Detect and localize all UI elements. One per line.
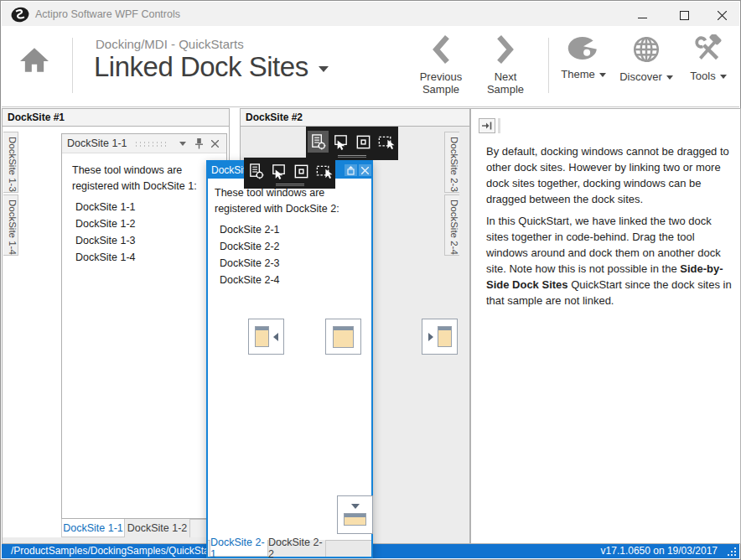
page-title-dropdown[interactable]: Linked Dock Sites [94, 51, 329, 83]
autohide-tab-docksite-2-4[interactable]: DockSite 2-4 [444, 194, 459, 256]
select-region-cursor-icon [377, 133, 395, 151]
dock-bottom-icon [344, 513, 366, 526]
pin-icon [194, 137, 204, 149]
close-icon [361, 167, 369, 174]
toolwindow-titlebar[interactable]: DockSite 1-1 [62, 134, 226, 153]
chevron-down-icon [599, 73, 606, 77]
list-item: DockSite 1-1 [75, 201, 136, 218]
status-version: v17.1.0650 on 19/03/2017 [601, 545, 718, 557]
close-float-button[interactable] [359, 164, 371, 176]
chevron-down-icon [179, 142, 186, 146]
autohide-tab-docksite-1-4[interactable]: DockSite 1-4 [3, 194, 18, 256]
tab-docksite-1-2[interactable]: DockSite 1-2 [125, 519, 190, 537]
app-window: Actipro Software WPF Controls Docking/MD… [0, 0, 741, 560]
chevron-down-icon [666, 75, 673, 80]
docksite1-tabstrip: DockSite 1-1 DockSite 1-2 [61, 519, 227, 537]
select-window-cursor-icon [270, 163, 288, 180]
capture-list-target-button[interactable] [308, 131, 329, 153]
next-sample-button[interactable]: NextSample [475, 34, 536, 96]
list-item: DockSite 1-2 [75, 218, 136, 235]
select-region-cursor-icon [315, 163, 333, 180]
expand-button[interactable] [479, 118, 495, 133]
tab-docksite-2-1[interactable]: DockSite 2-1 [210, 540, 268, 557]
breadcrumb: Docking/MDI - QuickStarts [96, 37, 244, 51]
tools-icon [693, 34, 723, 64]
close-toolwindow-button[interactable] [208, 140, 221, 148]
globe-icon [631, 34, 661, 65]
chevron-right-icon [495, 34, 516, 65]
previous-sample-button[interactable]: PreviousSample [411, 34, 471, 96]
pin-button[interactable] [192, 137, 205, 149]
floating-tabstrip: DockSite 2-1 DockSite 2-2 [208, 540, 371, 557]
square-in-square-button[interactable] [353, 131, 374, 153]
banner-separator-2 [548, 38, 549, 93]
maximize-button[interactable] [671, 7, 697, 23]
close-button[interactable] [709, 7, 734, 23]
square-in-square-icon [293, 163, 310, 180]
maximize-float-button[interactable] [345, 164, 357, 176]
info-paragraph-2: In this QuickStart, we have linked the t… [486, 213, 737, 309]
page-title: Linked Dock Sites [94, 51, 308, 82]
tab-docksite-1-1[interactable]: DockSite 1-1 [61, 519, 125, 537]
dock-left-icon [255, 326, 269, 347]
list-item: DockSite 2-2 [220, 241, 280, 257]
close-icon [211, 140, 219, 148]
capture-toolbar-bottom [244, 158, 335, 189]
list-item: DockSite 1-4 [75, 251, 136, 268]
drag-grip[interactable] [134, 141, 167, 147]
square-in-square-button[interactable] [291, 161, 312, 181]
dock-right-icon [438, 326, 452, 347]
dock-guide-right[interactable] [422, 319, 458, 355]
splitter-bar [498, 118, 500, 133]
tab-docksite-2-2[interactable]: DockSite 2-2 [268, 540, 326, 557]
maximize-icon [346, 166, 355, 175]
info-panel: By default, docking windows cannot be dr… [470, 108, 741, 544]
list-item: DockSite 2-1 [220, 224, 280, 241]
select-region-button[interactable] [376, 131, 396, 153]
discover-menu-button[interactable]: Discover [614, 34, 678, 83]
floating-description: These tool windows are registered with D… [215, 185, 359, 217]
docksite1-header: DockSite #1 [3, 109, 229, 127]
list-item: DockSite 2-4 [220, 274, 280, 291]
banner-separator-1 [72, 38, 73, 93]
docksite1-bottom-strip [3, 537, 229, 543]
minimize-button[interactable] [630, 7, 655, 23]
theme-menu-button[interactable]: Theme [555, 34, 612, 80]
dock-guide-left[interactable] [248, 319, 284, 355]
list-item: DockSite 2-3 [220, 257, 280, 274]
capture-toolbar-top [306, 127, 398, 160]
arrow-into-bar-icon [482, 122, 492, 130]
dock-center-icon [333, 326, 354, 348]
toolwindow-title: DockSite 1-1 [67, 137, 127, 149]
home-button[interactable] [18, 46, 55, 80]
square-in-square-icon [355, 133, 372, 151]
chevron-down-icon [319, 66, 329, 72]
chevron-down-icon [720, 75, 727, 79]
actipro-logo-icon [11, 7, 29, 23]
select-region-button[interactable] [314, 161, 334, 181]
home-icon [18, 46, 50, 75]
docksite2-header: DockSite #2 [241, 109, 469, 127]
app-title: Actipro Software WPF Controls [35, 8, 180, 20]
toolbar-grip[interactable] [276, 184, 304, 186]
chevron-left-icon [430, 34, 452, 65]
palette-icon [567, 34, 600, 62]
info-paragraph-1: By default, docking windows cannot be dr… [486, 143, 737, 207]
dock-guide-center[interactable] [325, 319, 361, 355]
toolbar-grip[interactable] [338, 155, 366, 158]
list-item: DockSite 1-3 [75, 235, 136, 251]
autohide-tab-docksite-1-3[interactable]: DockSite 1-3 [3, 132, 18, 193]
select-window-button[interactable] [268, 161, 289, 181]
toolwindow-docksite-1-1: DockSite 1-1 These tool windows are regi… [61, 133, 227, 519]
capture-list-target-icon [247, 163, 265, 180]
tools-menu-button[interactable]: Tools [682, 34, 734, 82]
window-menu-button[interactable] [176, 142, 189, 146]
capture-list-target-icon [309, 133, 327, 151]
status-path: /ProductSamples/DockingSamples/QuickSta [11, 545, 210, 557]
resize-grip[interactable] [726, 546, 736, 556]
capture-list-target-button[interactable] [246, 161, 267, 181]
select-window-button[interactable] [330, 131, 351, 153]
dock-guide-bottom[interactable] [337, 495, 373, 534]
autohide-tab-docksite-2-3[interactable]: DockSite 2-3 [444, 132, 459, 193]
title-bar: Actipro Software WPF Controls [2, 2, 739, 26]
